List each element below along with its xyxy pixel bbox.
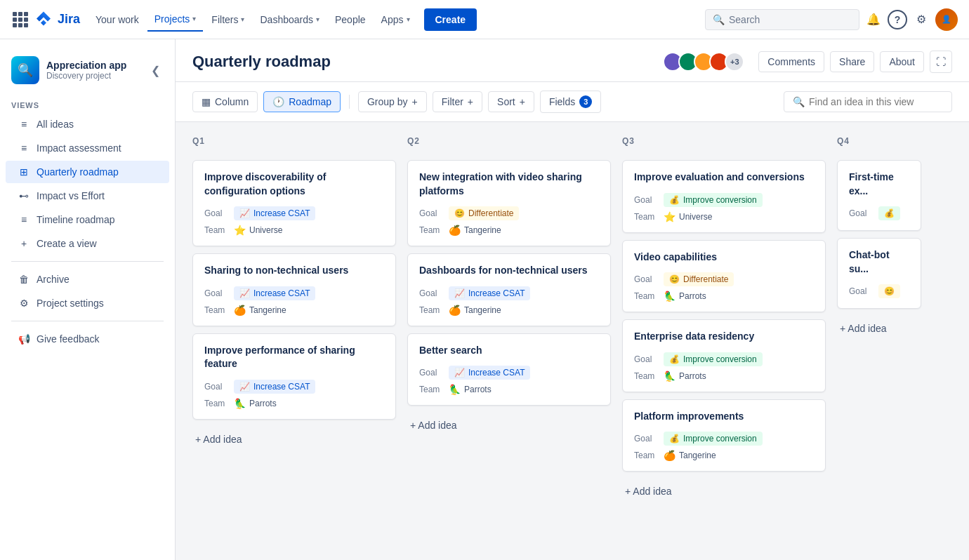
clock-icon: 🕐 [272, 96, 284, 107]
app-name: Appreciation app [46, 60, 126, 71]
views-section-label: VIEWS [0, 95, 175, 112]
main-nav: Your work Projects ▾ Filters ▾ Dashboard… [88, 8, 702, 32]
board-card[interactable]: Enterprise data residency Goal 💰 Improve… [622, 319, 826, 392]
team-emoji: 🦜 [664, 291, 675, 302]
board-card[interactable]: Better search Goal 📈 Increase CSAT Team [407, 333, 611, 406]
board-card[interactable]: Sharing to non-technical users Goal 📈 In… [192, 253, 396, 326]
user-avatar[interactable]: 👤 [935, 8, 958, 31]
card-team-field: Team 🍊 Tangerine [419, 225, 599, 236]
column-header-q3: Q3 [622, 133, 826, 152]
card-team-field: Team ⭐ Universe [634, 211, 814, 222]
settings-button[interactable]: ⚙ [910, 8, 932, 31]
sidebar-item-give-feedback[interactable]: 📢 Give feedback [6, 328, 169, 350]
share-button[interactable]: Share [830, 51, 874, 72]
page-header: Quarterly roadmap +3 Comments Share Abou… [176, 39, 969, 82]
goal-tag: 📈 Increase CSAT [234, 206, 315, 220]
sidebar-divider-2 [11, 321, 164, 321]
grid-icon: ⊞ [17, 166, 31, 178]
logo[interactable]: Jira [11, 10, 80, 29]
add-idea-button-q4[interactable]: + Add idea [837, 317, 921, 340]
sidebar-collapse-button[interactable]: ❮ [147, 62, 164, 79]
goal-tag: 📈 Increase CSAT [449, 366, 530, 380]
fields-count-badge: 3 [579, 95, 592, 108]
find-idea-input[interactable] [809, 96, 943, 107]
search-icon: 🔍 [793, 96, 805, 107]
view-roadmap-button[interactable]: 🕐 Roadmap [263, 91, 341, 112]
sidebar-item-project-settings[interactable]: ⚙ Project settings [6, 292, 169, 314]
team-tag: 🦜 Parrots [449, 384, 492, 395]
board-card[interactable]: Platform improvements Goal 💰 Improve con… [622, 399, 826, 472]
card-title: Sharing to non-technical users [204, 264, 384, 278]
card-title: Improve performance of sharing feature [204, 344, 384, 371]
sidebar-item-timeline-roadmap[interactable]: ≡ Timeline roadmap [6, 208, 169, 231]
grid-icon[interactable] [11, 11, 29, 29]
expand-button[interactable]: ⛶ [930, 51, 952, 73]
card-goal-field: Goal 😊 Differentiate [634, 272, 814, 286]
comments-button[interactable]: Comments [758, 51, 824, 72]
card-goal-field: Goal 📈 Increase CSAT [419, 286, 599, 300]
chevron-down-icon: ▾ [192, 15, 196, 22]
toolbar-divider [349, 95, 350, 109]
sidebar-item-quarterly-roadmap[interactable]: ⊞ Quarterly roadmap [6, 161, 169, 183]
goal-icon: 📈 [239, 382, 250, 392]
add-idea-button-q1[interactable]: + Add idea [192, 428, 396, 451]
card-goal-field: Goal 😊 Differentiate [419, 206, 599, 220]
add-idea-button-q2[interactable]: + Add idea [407, 414, 611, 436]
card-title: Video capabilities [634, 251, 814, 265]
board-card[interactable]: Improve performance of sharing feature G… [192, 333, 396, 420]
card-title: Enterprise data residency [634, 330, 814, 344]
page-layout: 🔍 Appreciation app Discovery project ❮ V… [0, 39, 969, 560]
sidebar-item-all-ideas[interactable]: ≡ All ideas [6, 113, 169, 135]
page-title: Quarterly roadmap [192, 53, 663, 71]
card-title: Better search [419, 344, 599, 358]
about-button[interactable]: About [880, 51, 924, 72]
create-button[interactable]: Create [424, 8, 477, 31]
team-emoji: 🦜 [449, 384, 461, 395]
board-card[interactable]: First-time ex... Goal 💰 [837, 160, 921, 231]
help-button[interactable]: ? [888, 10, 907, 29]
board-card[interactable]: Improve discoverability of configuration… [192, 160, 396, 246]
goal-icon: 😊 [669, 274, 680, 284]
board-card[interactable]: New integration with video sharing platf… [407, 160, 611, 246]
nav-apps[interactable]: Apps ▾ [374, 8, 417, 31]
sidebar-item-create-view[interactable]: + Create a view [6, 232, 169, 255]
board-card[interactable]: Dashboards for non-technical users Goal … [407, 253, 611, 326]
sort-button[interactable]: Sort + [488, 91, 534, 112]
board-card[interactable]: Improve evaluation and conversions Goal … [622, 160, 826, 233]
sidebar-item-impact-assessment[interactable]: ≡ Impact assessment [6, 137, 169, 159]
card-team-field: Team ⭐ Universe [204, 225, 384, 236]
team-emoji: 🍊 [449, 225, 461, 236]
sidebar-item-impact-vs-effort[interactable]: ⊷ Impact vs Effort [6, 185, 169, 207]
avatar-count: +3 [725, 52, 744, 72]
board-card[interactable]: Chat-bot su... Goal 😊 [837, 238, 921, 309]
sidebar-item-archive[interactable]: 🗑 Archive [6, 268, 169, 291]
goal-icon: 📈 [239, 288, 250, 298]
card-team-field: Team 🍊 Tangerine [204, 305, 384, 316]
fields-button[interactable]: Fields 3 [540, 91, 601, 113]
view-column-button[interactable]: ▦ Column [192, 91, 258, 112]
nav-dashboards[interactable]: Dashboards ▾ [253, 8, 327, 31]
notifications-button[interactable]: 🔔 [862, 8, 885, 31]
nav-your-work[interactable]: Your work [88, 8, 146, 31]
sidebar-app-header: 🔍 Appreciation app Discovery project ❮ [0, 51, 175, 95]
header-avatars: +3 [663, 52, 744, 72]
search-box[interactable]: 🔍 Search [705, 9, 859, 30]
board-card[interactable]: Video capabilities Goal 😊 Differentiate … [622, 240, 826, 313]
group-by-button[interactable]: Group by + [358, 91, 427, 112]
team-emoji: 🦜 [234, 398, 246, 409]
nav-people[interactable]: People [328, 8, 373, 31]
nav-projects[interactable]: Projects ▾ [147, 8, 204, 32]
board-column-q2: Q2 New integration with video sharing pl… [407, 133, 611, 436]
list-icon: ≡ [17, 214, 31, 225]
card-team-field: Team 🍊 Tangerine [634, 450, 814, 461]
team-emoji: 🍊 [234, 305, 246, 316]
goal-tag: 💰 Improve conversion [664, 432, 763, 446]
toolbar-search[interactable]: 🔍 [784, 91, 952, 112]
sidebar-divider [11, 261, 164, 262]
nav-filters[interactable]: Filters ▾ [204, 8, 251, 31]
chevron-down-icon: ▾ [407, 15, 410, 23]
app-icon: 🔍 [11, 56, 39, 84]
filter-button[interactable]: Filter + [433, 91, 482, 112]
card-goal-field: Goal 💰 [849, 206, 909, 220]
add-idea-button-q3[interactable]: + Add idea [622, 480, 826, 502]
